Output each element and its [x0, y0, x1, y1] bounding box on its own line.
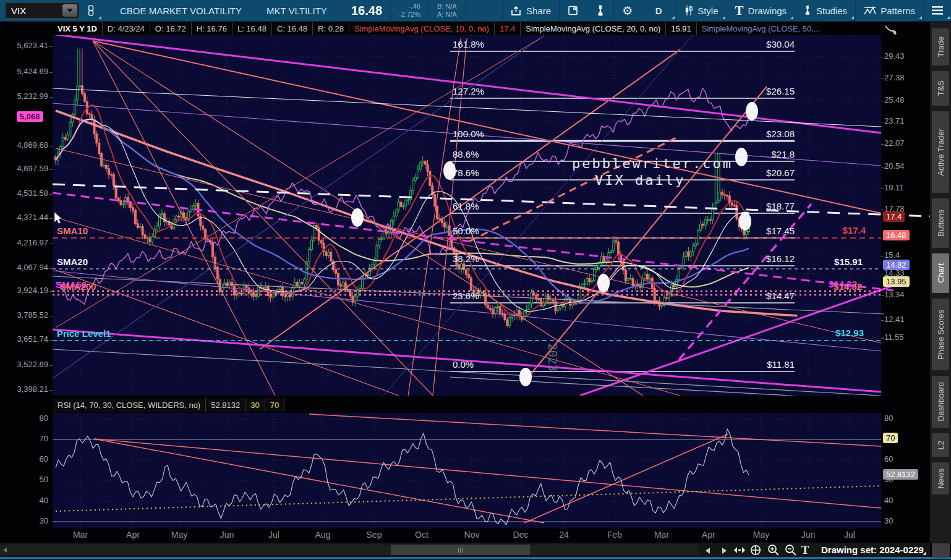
- text-tool-icon: T: [735, 3, 744, 19]
- ohlc-close: C: 16.48: [272, 22, 313, 35]
- x-axis-month-label: Mar: [69, 530, 92, 540]
- x-axis-month-label: May: [750, 530, 772, 540]
- ohlc-open: O: 16.72: [150, 22, 192, 35]
- ohlc-low: L: 16.48: [232, 22, 272, 35]
- right-axis-tick: 29.43: [884, 51, 905, 61]
- chart-scrollbar-thumb[interactable]: [391, 545, 530, 555]
- symbol-description: CBOE MARKET VOLATILITY: [103, 0, 258, 21]
- link-channel-button[interactable]: [79, 0, 103, 21]
- ohlc-high: H: 16.76: [192, 22, 232, 35]
- left-axis-tick: 3,522.69: [0, 360, 48, 369]
- right-axis-tickmark: [881, 295, 884, 296]
- pointer-mode-icon[interactable]: [884, 23, 898, 36]
- sma20-value: 15.91: [666, 22, 697, 35]
- drawing-set-caret-icon: [923, 551, 926, 555]
- pan-left-icon[interactable]: [706, 548, 710, 554]
- right-axis-tick: 15.4: [884, 250, 900, 260]
- drawing-set-selector[interactable]: Drawing set: 2024-0229: [821, 545, 924, 555]
- chart-header: VIX 5 Y 1D D: 4/23/24 O: 16.72 H: 16.76 …: [53, 22, 825, 35]
- x-axis-month-label: Jul: [838, 530, 861, 540]
- gear-icon: ⚙: [622, 4, 633, 18]
- year-divider-label: 2023: [546, 343, 560, 371]
- sidebar-tab-buttons[interactable]: Buttons: [932, 198, 949, 248]
- pan-right-icon[interactable]: [722, 548, 727, 554]
- studies-dropdown[interactable]: Studies: [795, 0, 855, 21]
- share-icon: [511, 6, 522, 16]
- right-axis-tick: 17.78: [884, 204, 905, 213]
- rsi-chart-canvas[interactable]: [53, 413, 881, 528]
- calendar-info-icon: i: [568, 5, 579, 16]
- left-axis-tick: 3,651.74: [0, 334, 48, 344]
- right-axis-tickmark: [881, 189, 884, 189]
- right-axis-tickmark: [881, 320, 884, 321]
- style-dropdown[interactable]: Style: [676, 0, 726, 21]
- crosshair-move-icon[interactable]: [748, 543, 763, 556]
- sidebar-tab-phase-scores[interactable]: Phase Scores: [932, 299, 949, 370]
- rsi-left-tick: 60: [0, 454, 48, 464]
- right-axis-tick: 22.07: [884, 138, 905, 148]
- price-change: -.46-2.72%: [391, 0, 429, 21]
- rsi-right-tick: 80: [884, 414, 893, 423]
- sidebar-tab-news[interactable]: News: [932, 462, 949, 494]
- share-button[interactable]: Share: [503, 0, 559, 21]
- x-axis-month-label: Jun: [797, 530, 819, 540]
- patterns-dropdown[interactable]: Patterns: [856, 0, 923, 21]
- left-axis-tick: 5,623.41: [0, 41, 48, 50]
- chart-scrollbar-track[interactable]: [0, 545, 699, 555]
- window-bottom-border: [0, 557, 951, 559]
- x-axis-month-label: Feb: [603, 530, 626, 540]
- right-axis-tickmark: [881, 144, 884, 145]
- symbol-dropdown-button[interactable]: [62, 4, 77, 17]
- sidebar-tab-chart[interactable]: Chart: [932, 253, 949, 293]
- rsi-value-badge: 70: [883, 433, 898, 443]
- flask-icon: [803, 5, 812, 16]
- symbol-value: VIX: [6, 6, 62, 16]
- right-axis-tick: 23.71: [884, 116, 905, 125]
- sma50-study-label[interactable]: SimpleMovingAvg (CLOSE, 50,...: [697, 22, 825, 35]
- text-note-icon[interactable]: T: [798, 543, 812, 556]
- symbol-combobox[interactable]: VIX: [5, 2, 79, 19]
- left-axis-tick: 5,424.69: [0, 67, 48, 76]
- bottom-status-bar: T Drawing set: 2024-0229: [0, 543, 930, 558]
- right-axis-price-badge: 16.48: [883, 230, 910, 240]
- flask-icon: [595, 5, 605, 17]
- sidebar-tab-trade[interactable]: Trade: [932, 28, 949, 66]
- sma20-study-label[interactable]: SimpleMovingAvg (CLOSE, 20, 0, no): [521, 22, 666, 35]
- sidebar-tab-dashboard[interactable]: Dashboard: [932, 376, 949, 428]
- sidebar-tab-t-s[interactable]: T&S: [932, 71, 949, 106]
- rsi-right-tick: 60: [884, 454, 893, 464]
- menu-button[interactable]: [924, 0, 951, 21]
- x-axis-month-label: Dec: [510, 530, 532, 540]
- right-axis-tickmark: [881, 167, 884, 168]
- drawings-dropdown[interactable]: T Drawings: [727, 0, 795, 21]
- settings-button[interactable]: ⚙: [614, 0, 641, 21]
- right-gadget-sidebar: TradeT&SActive TraderButtonsChartPhase S…: [930, 22, 951, 543]
- right-axis-tick: 12.41: [884, 315, 905, 324]
- x-axis-month-label: May: [168, 530, 190, 540]
- fit-width-icon[interactable]: [732, 543, 747, 556]
- left-axis-tick: 3,398.21: [0, 384, 48, 394]
- sidebar-tab-active-trader[interactable]: Active Trader: [932, 111, 949, 193]
- candlestick-icon: [684, 5, 693, 16]
- timeframe-dropdown[interactable]: D: [641, 0, 676, 21]
- economic-data-button[interactable]: i: [560, 0, 587, 21]
- resize-corner[interactable]: [932, 543, 950, 558]
- right-axis-price-badge: 13.95: [883, 276, 910, 287]
- left-axis-tick: 4,869.68: [0, 140, 48, 150]
- watermark-line2: VIX daily: [595, 172, 685, 188]
- analyze-button[interactable]: [587, 0, 613, 21]
- sidebar-tab-l2[interactable]: L2: [932, 433, 949, 457]
- sma10-study-label[interactable]: SimpleMovingAvg (CLOSE, 10, 0, no): [349, 22, 495, 35]
- scroll-left-arrow-icon[interactable]: [3, 548, 7, 553]
- right-axis-tickmark: [881, 256, 884, 257]
- rsi-right-tick: 70: [884, 434, 893, 443]
- rsi-left-tick: 30: [0, 516, 48, 525]
- right-axis-tickmark: [881, 274, 884, 274]
- zoom-out-icon[interactable]: [783, 543, 798, 556]
- zoom-in-icon[interactable]: [765, 543, 780, 556]
- x-axis-month-label: Mar: [650, 530, 673, 540]
- rsi-study-label[interactable]: RSI (14, 70, 30, CLOSE, WILDERS, no): [53, 398, 206, 412]
- right-axis-price-badge: 17.4: [883, 211, 905, 222]
- main-chart-canvas[interactable]: [53, 35, 881, 396]
- left-axis-tick: 3,785.52: [0, 310, 48, 320]
